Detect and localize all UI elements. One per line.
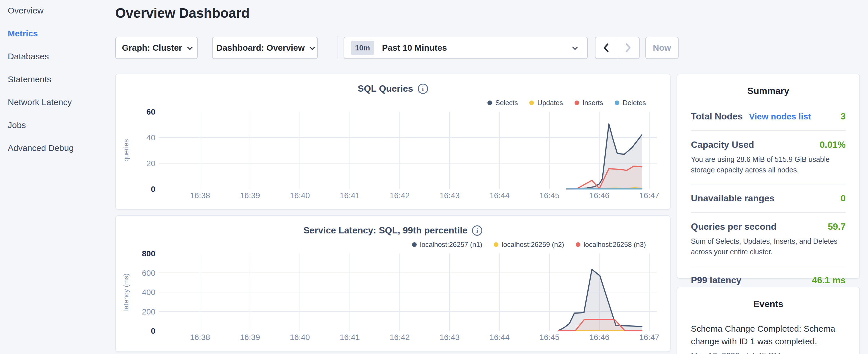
legend-item[interactable]: Inserts bbox=[575, 99, 603, 107]
controls-bar: Graph: Cluster Dashboard: Overview 10m P… bbox=[115, 36, 679, 59]
svg-text:latency (ms): latency (ms) bbox=[122, 273, 130, 311]
legend-label: Updates bbox=[537, 99, 563, 107]
summary-title: Summary bbox=[677, 86, 859, 96]
next-time-button[interactable] bbox=[617, 37, 639, 58]
dashboard-dropdown-label: Dashboard: Overview bbox=[216, 43, 305, 53]
service-latency-chart[interactable]: 16:3816:3916:4016:4116:4216:4316:4416:45… bbox=[116, 250, 671, 353]
graph-dropdown[interactable]: Graph: Cluster bbox=[115, 37, 198, 59]
dashboard-dropdown[interactable]: Dashboard: Overview bbox=[212, 37, 318, 59]
legend-dot bbox=[615, 100, 619, 105]
legend-label: localhost:26257 (n1) bbox=[420, 240, 482, 249]
sql-queries-card: SQL Queries i SelectsUpdatesInsertsDelet… bbox=[115, 74, 671, 210]
time-step-buttons bbox=[595, 37, 640, 59]
svg-text:16:38: 16:38 bbox=[190, 333, 210, 342]
legend-item[interactable]: Updates bbox=[529, 99, 563, 107]
svg-text:16:47: 16:47 bbox=[639, 333, 659, 342]
chevron-down-icon bbox=[310, 45, 315, 50]
summary-label: Unavailable ranges bbox=[691, 193, 775, 204]
svg-text:16:45: 16:45 bbox=[539, 191, 559, 200]
chevron-left-icon bbox=[602, 42, 610, 54]
event-message: Schema Change Completed: Schema change w… bbox=[691, 322, 846, 348]
svg-text:16:45: 16:45 bbox=[539, 333, 559, 342]
legend-dot bbox=[494, 242, 498, 247]
svg-text:16:44: 16:44 bbox=[490, 191, 509, 200]
page-title: Overview Dashboard bbox=[115, 5, 250, 21]
sidebar-item-overview[interactable]: Overview bbox=[8, 6, 111, 15]
legend-item[interactable]: Selects bbox=[488, 99, 518, 107]
legend-item[interactable]: localhost:26257 (n1) bbox=[412, 240, 482, 249]
summary-panel: Summary Total Nodes View nodes list 3 Ca… bbox=[677, 74, 860, 279]
sidebar-item-statements[interactable]: Statements bbox=[8, 74, 111, 84]
legend-item[interactable]: Deletes bbox=[615, 99, 646, 107]
summary-value: 0.01% bbox=[819, 139, 846, 150]
svg-text:16:43: 16:43 bbox=[440, 333, 460, 342]
svg-text:20: 20 bbox=[147, 159, 155, 168]
event-item[interactable]: Schema Change Completed: Schema change w… bbox=[691, 322, 846, 354]
events-panel: Events Schema Change Completed: Schema c… bbox=[677, 287, 860, 354]
sidebar-item-advanced-debug[interactable]: Advanced Debug bbox=[8, 143, 111, 153]
event-timestamp: May 13, 2020 at 4:45 PM bbox=[691, 351, 846, 354]
summary-label: Total Nodes bbox=[691, 111, 743, 122]
svg-text:16:41: 16:41 bbox=[340, 333, 360, 342]
summary-row-total-nodes: Total Nodes View nodes list 3 bbox=[691, 96, 846, 130]
legend-label: Selects bbox=[495, 99, 518, 107]
svg-text:16:46: 16:46 bbox=[589, 333, 610, 342]
legend-dot bbox=[412, 242, 417, 247]
svg-text:queries: queries bbox=[122, 139, 130, 162]
now-button[interactable]: Now bbox=[645, 37, 679, 59]
sidebar-item-metrics[interactable]: Metrics bbox=[8, 29, 111, 38]
chevron-right-icon bbox=[624, 42, 632, 54]
summary-value: 0 bbox=[840, 193, 846, 204]
svg-text:16:42: 16:42 bbox=[390, 191, 410, 200]
service-latency-card: Service Latency: SQL, 99th percentile i … bbox=[115, 215, 671, 352]
svg-text:0: 0 bbox=[151, 326, 155, 335]
chevron-down-icon bbox=[187, 45, 192, 50]
sidebar-item-databases[interactable]: Databases bbox=[8, 52, 111, 61]
summary-row-capacity-used: Capacity Used 0.01% You are using 28.6 M… bbox=[691, 131, 846, 184]
summary-label: Queries per second bbox=[691, 221, 777, 232]
svg-text:16:42: 16:42 bbox=[390, 333, 410, 342]
legend-item[interactable]: localhost:26258 (n3) bbox=[576, 240, 646, 249]
svg-text:600: 600 bbox=[142, 269, 155, 278]
svg-text:16:40: 16:40 bbox=[290, 191, 310, 200]
time-range-picker[interactable]: 10m Past 10 Minutes bbox=[344, 37, 588, 59]
sidebar-item-network-latency[interactable]: Network Latency bbox=[8, 97, 111, 107]
controls-divider bbox=[338, 36, 338, 59]
summary-value: 3 bbox=[840, 111, 846, 122]
sql-queries-chart[interactable]: 16:3816:3916:4016:4116:4216:4316:4416:45… bbox=[116, 108, 671, 211]
legend-dot bbox=[576, 242, 580, 247]
legend-dot bbox=[529, 100, 534, 105]
summary-row-unavailable-ranges: Unavailable ranges 0 bbox=[691, 185, 846, 212]
svg-text:60: 60 bbox=[147, 108, 155, 116]
time-range-label: Past 10 Minutes bbox=[382, 43, 447, 53]
summary-description: You are using 28.6 MiB of 515.9 GiB usab… bbox=[691, 154, 846, 175]
sidebar: Overview Metrics Databases Statements Ne… bbox=[8, 6, 111, 166]
summary-value: 59.7 bbox=[828, 221, 846, 232]
chart-legend: SelectsUpdatesInsertsDeletes bbox=[488, 99, 646, 107]
time-range-badge: 10m bbox=[351, 41, 374, 55]
legend-dot bbox=[575, 100, 579, 105]
legend-item[interactable]: localhost:26259 (n2) bbox=[494, 240, 564, 249]
info-icon[interactable]: i bbox=[472, 225, 482, 236]
summary-value: 46.1 ms bbox=[812, 275, 846, 286]
legend-label: Deletes bbox=[623, 99, 646, 107]
info-icon[interactable]: i bbox=[418, 84, 428, 94]
svg-text:16:41: 16:41 bbox=[340, 191, 360, 200]
view-nodes-list-link[interactable]: View nodes list bbox=[749, 112, 811, 122]
prev-time-button[interactable] bbox=[595, 37, 617, 58]
svg-text:40: 40 bbox=[147, 133, 155, 142]
events-title: Events bbox=[677, 299, 859, 309]
svg-text:16:40: 16:40 bbox=[290, 333, 310, 342]
chevron-down-icon bbox=[572, 45, 578, 50]
summary-label: Capacity Used bbox=[691, 139, 754, 150]
summary-label: P99 latency bbox=[691, 275, 741, 286]
svg-text:16:43: 16:43 bbox=[440, 191, 460, 200]
sidebar-item-jobs[interactable]: Jobs bbox=[8, 120, 111, 130]
graph-dropdown-label: Graph: Cluster bbox=[122, 43, 182, 53]
legend-dot bbox=[488, 100, 492, 105]
chart-title: SQL Queries bbox=[358, 83, 413, 94]
svg-text:16:39: 16:39 bbox=[240, 333, 260, 342]
svg-text:16:44: 16:44 bbox=[490, 333, 509, 342]
legend-label: localhost:26259 (n2) bbox=[502, 240, 564, 249]
svg-text:400: 400 bbox=[142, 288, 155, 297]
